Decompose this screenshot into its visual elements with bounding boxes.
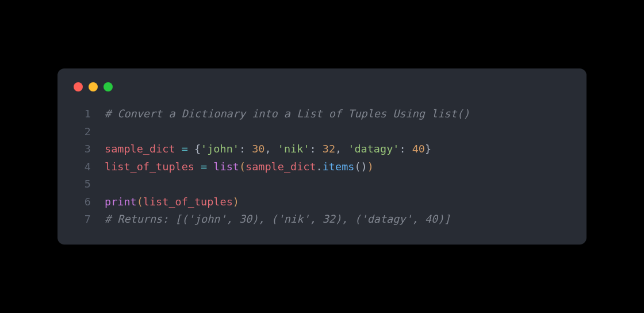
line-content [105, 123, 570, 141]
line-content: # Convert a Dictionary into a List of Tu… [105, 105, 570, 123]
line-content: print(list_of_tuples) [105, 193, 570, 211]
code-token: 'datagy' [348, 143, 399, 155]
code-token: sample_dict [105, 143, 175, 155]
code-line: 1# Convert a Dictionary into a List of T… [74, 105, 570, 123]
close-icon[interactable] [74, 82, 83, 91]
code-token: 30 [252, 143, 264, 155]
code-token: = [201, 161, 207, 173]
window-controls [57, 82, 586, 105]
code-token: sample_dict [246, 161, 316, 173]
code-token: ) [233, 196, 239, 208]
code-token: 'nik' [278, 143, 310, 155]
code-token: () [354, 161, 367, 173]
code-token: : [239, 143, 252, 155]
code-token: 40 [412, 143, 425, 155]
code-line: 4list_of_tuples = list(sample_dict.items… [74, 158, 570, 176]
line-number: 6 [74, 193, 91, 211]
code-token: list_of_tuples [105, 161, 194, 173]
line-content: # Returns: [('john', 30), ('nik', 32), (… [105, 211, 570, 228]
code-token: 32 [323, 143, 335, 155]
code-token: 'john' [201, 143, 239, 155]
code-token: list_of_tuples [143, 196, 233, 208]
code-window: 1# Convert a Dictionary into a List of T… [57, 68, 586, 245]
code-token: ( [137, 196, 143, 208]
code-line: 6print(list_of_tuples) [74, 193, 570, 211]
code-token: : [309, 143, 322, 155]
code-token: # Returns: [('john', 30), ('nik', 32), (… [105, 213, 450, 225]
code-line: 2 [74, 123, 570, 141]
line-number: 2 [74, 123, 91, 141]
line-number: 7 [74, 211, 91, 228]
line-content [105, 175, 570, 193]
code-token: ( [239, 161, 246, 173]
code-token [175, 143, 182, 155]
line-content: list_of_tuples = list(sample_dict.items(… [105, 158, 570, 176]
maximize-icon[interactable] [103, 82, 113, 91]
line-number: 4 [74, 158, 91, 176]
code-token: , [335, 143, 348, 155]
code-token: : [399, 143, 412, 155]
code-token: . [316, 161, 323, 173]
code-line: 7# Returns: [('john', 30), ('nik', 32), … [74, 211, 570, 228]
code-token: = [182, 143, 188, 155]
code-content: 1# Convert a Dictionary into a List of T… [57, 105, 586, 228]
code-token: { [188, 143, 201, 155]
code-line: 3sample_dict = {'john': 30, 'nik': 32, '… [74, 140, 570, 158]
line-content: sample_dict = {'john': 30, 'nik': 32, 'd… [105, 140, 570, 158]
minimize-icon[interactable] [89, 82, 98, 91]
code-token: } [425, 143, 431, 155]
line-number: 1 [74, 105, 91, 123]
line-number: 5 [74, 175, 91, 193]
code-token: items [323, 161, 355, 173]
code-token [194, 161, 201, 173]
code-token: print [105, 196, 137, 208]
code-line: 5 [74, 175, 570, 193]
code-token [207, 161, 213, 173]
line-number: 3 [74, 140, 91, 158]
code-token: list [213, 161, 239, 173]
code-token: , [264, 143, 277, 155]
code-token: # Convert a Dictionary into a List of Tu… [105, 108, 470, 120]
code-token: ) [367, 161, 374, 173]
